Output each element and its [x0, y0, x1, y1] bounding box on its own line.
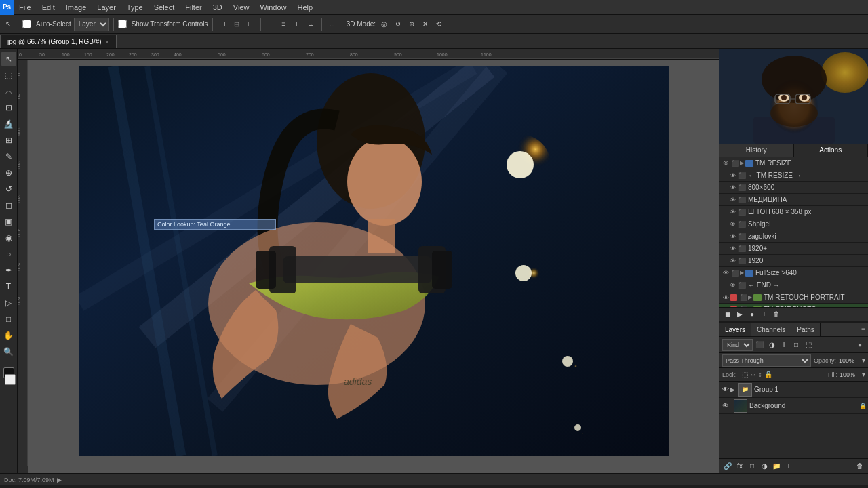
action-shpigel[interactable]: 👁 ⬛ Shpigel	[719, 218, 868, 230]
gradient-tool[interactable]: ▣	[1, 214, 16, 229]
lock-icon-2[interactable]: ↔	[750, 371, 757, 378]
menu-file[interactable]: File	[14, 0, 37, 14]
align-middle-btn[interactable]: ≡	[279, 17, 289, 32]
move-tool[interactable]: ↖	[1, 52, 16, 66]
more-btn[interactable]: ...	[326, 17, 337, 32]
lock-icon-3[interactable]: ↕	[759, 371, 762, 378]
3d-btn-1[interactable]: ◎	[378, 17, 390, 32]
dodge-tool[interactable]: ○	[1, 247, 16, 262]
blend-mode-select[interactable]: Pass Through	[722, 354, 811, 367]
opacity-arrow[interactable]: ▾	[862, 357, 865, 364]
record-action-btn[interactable]: ●	[747, 309, 757, 320]
menu-help[interactable]: Help	[292, 0, 319, 14]
filter-pixel-btn[interactable]: ⬛	[754, 340, 765, 350]
align-center-h-btn[interactable]: ⊟	[231, 17, 242, 32]
lock-icon-1[interactable]: ⬚	[742, 371, 748, 378]
play-action-btn[interactable]: ▶	[734, 309, 745, 320]
new-layer-btn[interactable]: +	[783, 461, 794, 472]
action-tm-retouch[interactable]: 👁 ⬛ ▶ TM RETOUCH PORTRAIT	[719, 291, 868, 304]
lasso-tool[interactable]: ⌓	[1, 84, 16, 99]
add-style-btn[interactable]: fx	[734, 461, 745, 472]
blur-tool[interactable]: ◉	[1, 230, 16, 245]
action-eye[interactable]: 👁	[721, 159, 730, 168]
3d-btn-5[interactable]: ⟲	[433, 17, 444, 32]
action-800x600[interactable]: 👁 ⬛ 800×600	[719, 182, 868, 194]
new-adjust-btn[interactable]: ◑	[759, 461, 770, 472]
align-top-btn[interactable]: ⊤	[265, 17, 277, 32]
menu-window[interactable]: Window	[254, 0, 292, 14]
distribute-btn[interactable]: ⫠	[305, 17, 317, 32]
action-eye[interactable]: 👁	[721, 293, 730, 302]
transform-checkbox[interactable]	[118, 20, 127, 28]
action-tm-resize[interactable]: 👁 ⬛ ▶ TM RESIZE	[719, 157, 868, 169]
action-eye[interactable]: 👁	[728, 244, 737, 253]
tab-close-btn[interactable]: ×	[106, 39, 109, 45]
history-tab[interactable]: History	[719, 144, 794, 157]
action-eye[interactable]: 👁	[728, 220, 737, 229]
filter-type-btn[interactable]: T	[778, 340, 789, 350]
menu-type[interactable]: Type	[121, 0, 149, 14]
new-action-btn[interactable]: +	[759, 309, 770, 320]
lock-icon-4[interactable]: 🔒	[764, 371, 772, 378]
fill-value[interactable]: 100%	[840, 371, 860, 378]
filter-smart-btn[interactable]: ⬚	[803, 340, 814, 350]
action-eye[interactable]: 👁	[728, 207, 737, 217]
3d-btn-4[interactable]: ✕	[420, 17, 431, 32]
action-1920plus[interactable]: 👁 ⬛ 1920+	[719, 243, 868, 255]
brush-tool[interactable]: ✎	[1, 149, 16, 164]
layers-tab[interactable]: Layers	[719, 323, 751, 336]
layer-group1[interactable]: 👁 ▶ 📁 Group 1	[719, 382, 868, 398]
eyedropper-tool[interactable]: 🔬	[1, 117, 16, 131]
action-zagolovki[interactable]: 👁 ⬛ zagolovki	[719, 230, 868, 243]
panel-menu-icon[interactable]: ≡	[861, 326, 865, 333]
filter-toggle-btn[interactable]: ●	[854, 340, 865, 350]
path-select-tool[interactable]: ▷	[1, 296, 16, 310]
paths-tab[interactable]: Paths	[791, 323, 821, 336]
pen-tool[interactable]: ✒	[1, 263, 16, 278]
action-end[interactable]: 👁 ⬛ ← END →	[719, 279, 868, 291]
actions-tab[interactable]: Actions	[794, 144, 869, 157]
crop-tool[interactable]: ⊡	[1, 100, 16, 115]
hand-tool[interactable]: ✋	[1, 328, 16, 343]
status-arrow[interactable]: ▶	[57, 476, 62, 483]
action-fullsize[interactable]: 👁 ⬛ ▶ FullSize >640	[719, 267, 868, 279]
delete-layer-btn[interactable]: 🗑	[854, 461, 865, 472]
layer-visibility-bg[interactable]: 👁	[721, 402, 730, 409]
menu-filter[interactable]: Filter	[180, 0, 207, 14]
menu-view[interactable]: View	[228, 0, 255, 14]
layer-background[interactable]: 👁 Background 🔒	[719, 398, 868, 414]
action-eye[interactable]: 👁	[728, 232, 737, 241]
history-brush-tool[interactable]: ↺	[1, 182, 16, 197]
document-tab[interactable]: jpg @ 66.7% (Group 1, RGB/#) ×	[0, 35, 117, 48]
menu-image[interactable]: Image	[60, 0, 92, 14]
action-eye[interactable]: 👁	[728, 183, 737, 192]
new-group-btn[interactable]: 📁	[771, 461, 782, 472]
menu-3d[interactable]: 3D	[208, 0, 228, 14]
action-eye[interactable]: 👁	[728, 256, 737, 266]
filter-adjust-btn[interactable]: ◑	[766, 340, 777, 350]
align-bottom-btn[interactable]: ⊥	[291, 17, 302, 32]
background-color[interactable]	[5, 374, 16, 385]
align-right-btn[interactable]: ⊢	[245, 17, 256, 32]
opacity-value[interactable]: 100%	[839, 357, 859, 364]
delete-action-btn[interactable]: 🗑	[771, 309, 782, 320]
action-eye[interactable]: 👁	[721, 268, 730, 278]
move-tool-btn[interactable]: ↖	[3, 17, 14, 32]
menu-edit[interactable]: Edit	[37, 0, 60, 14]
action-eye[interactable]: 👁	[728, 281, 737, 290]
type-tool[interactable]: T	[1, 279, 16, 294]
select-tool[interactable]: ⬚	[1, 68, 16, 83]
action-eye[interactable]: 👁	[728, 171, 737, 180]
panel-menu-btn[interactable]: ≡	[861, 323, 868, 336]
layer-select[interactable]: Layer	[74, 18, 109, 31]
add-mask-btn[interactable]: □	[747, 461, 757, 472]
layer-visibility-group1[interactable]: 👁	[721, 386, 730, 393]
filter-shape-btn[interactable]: □	[791, 340, 802, 350]
action-tm-resize-sub[interactable]: 👁 ⬛ ← TM RESIZE →	[719, 169, 868, 182]
shape-tool[interactable]: □	[1, 312, 16, 327]
menu-select[interactable]: Select	[149, 0, 180, 14]
action-1920[interactable]: 👁 ⬛ 1920	[719, 255, 868, 267]
auto-select-checkbox[interactable]	[22, 20, 31, 28]
layer-expand-group1[interactable]: ▶	[730, 386, 735, 393]
action-shtop[interactable]: 👁 ⬛ Ш ТОП 638 × 358 рх	[719, 206, 868, 218]
